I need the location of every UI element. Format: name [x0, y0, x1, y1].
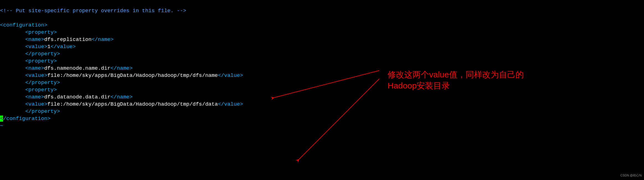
name-replication: dfs.replication	[44, 36, 92, 43]
tag-name-close: </name>	[110, 65, 133, 71]
xml-comment: <!-- Put site-specific property override…	[0, 8, 186, 14]
value-replication: 1	[47, 44, 50, 50]
annotation-line-2: Hadoop安装目录	[388, 80, 524, 91]
tag-name-open: <name>	[25, 36, 44, 43]
tag-value-close: </value>	[218, 101, 243, 107]
tag-property-close: </property>	[25, 51, 60, 57]
tag-name-open: <name>	[25, 94, 44, 100]
tag-configuration-open: <configuration>	[0, 22, 47, 28]
value-dn-dir: file:/home/sky/apps/BigData/Hadoop/hadoo…	[47, 101, 218, 107]
name-nn-dir: dfs.namenode.name.dir	[44, 65, 110, 71]
tag-value-open: <value>	[25, 44, 47, 50]
tag-value-close: </value>	[50, 44, 76, 50]
name-dn-dir: dfs.datanode.data.dir	[44, 94, 110, 100]
tilde: ~	[0, 123, 3, 129]
tag-property-close: </property>	[25, 80, 60, 86]
tag-name-close: </name>	[92, 36, 114, 43]
tag-property-open: <property>	[25, 29, 57, 35]
annotation-text: 修改这两个value值，同样改为自己的 Hadoop安装目录	[388, 69, 524, 91]
watermark: CSDN @初心%	[620, 172, 642, 179]
tag-value-open: <value>	[25, 72, 47, 79]
tag-property-open: <property>	[25, 58, 57, 64]
cursor: <	[0, 116, 3, 122]
tag-name-close: </name>	[110, 94, 133, 100]
tag-value-open: <value>	[25, 101, 47, 107]
tag-configuration-close: /configuration>	[3, 116, 50, 122]
tag-property-close: </property>	[25, 108, 60, 114]
annotation-line-1: 修改这两个value值，同样改为自己的	[388, 69, 524, 80]
xml-code-block: <!-- Put site-specific property override…	[0, 0, 644, 129]
tag-value-close: </value>	[218, 72, 243, 79]
tag-name-open: <name>	[25, 65, 44, 71]
value-nn-dir: file:/home/sky/apps/BigData/Hadoop/hadoo…	[47, 72, 218, 79]
tag-property-open: <property>	[25, 87, 57, 93]
